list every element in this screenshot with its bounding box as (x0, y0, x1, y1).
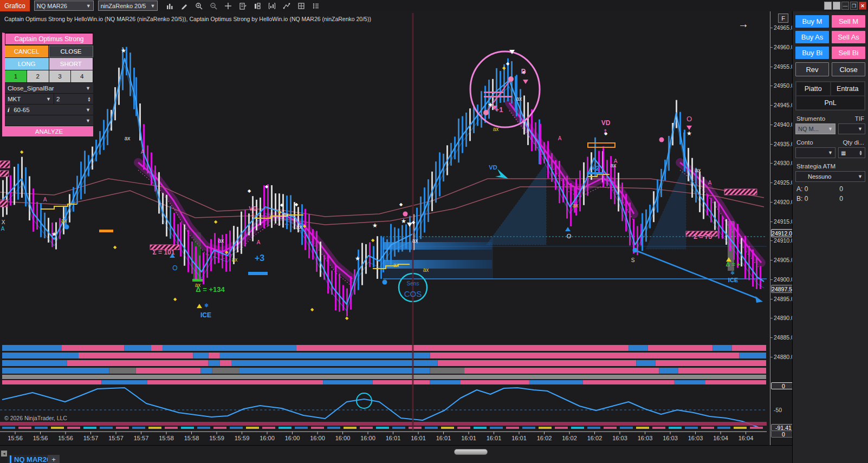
svg-text:◆: ◆ (371, 238, 375, 243)
trade-panel: Buy M Sell M Buy As Sell As Buy Bi Sell … (792, 11, 868, 463)
svg-text:★: ★ (488, 101, 493, 108)
price-tick (770, 318, 773, 318)
svg-text:A: A (558, 135, 562, 141)
svg-text:+1: +1 (495, 106, 503, 114)
layout-button-2[interactable] (833, 2, 840, 10)
buy-market-button[interactable]: Buy M (795, 15, 829, 28)
close-button[interactable]: Close (832, 62, 865, 76)
svg-text:◆: ◆ (20, 149, 24, 154)
preset-3-button[interactable]: 3 (49, 70, 72, 82)
long-button[interactable]: LONG (5, 58, 49, 70)
atm-strategy-select[interactable]: Nessuno ▼ (795, 171, 865, 182)
svg-text:★: ★ (372, 222, 378, 229)
chart-style-icon[interactable] (165, 2, 174, 10)
drawing-line-icon[interactable] (282, 2, 291, 10)
svg-text:◆: ◆ (412, 220, 416, 225)
properties-icon[interactable] (297, 2, 306, 10)
copyright-text: © 2026 NinjaTrader, LLC (4, 415, 67, 421)
signal-dropdown[interactable]: Close_SignalBar ▼ (5, 82, 93, 93)
preset-2-button[interactable]: 2 (27, 70, 49, 82)
svg-text:16:01: 16:01 (461, 435, 476, 441)
svg-text:16:03: 16:03 (663, 435, 678, 441)
short-button[interactable]: SHORT (49, 58, 94, 70)
chart-trader-icon[interactable] (253, 2, 262, 10)
f-button[interactable]: F (778, 14, 788, 23)
preset-1-button[interactable]: 1 (5, 70, 27, 82)
zoom-in-icon[interactable] (195, 2, 203, 10)
qty-stepper[interactable]: ▦ ▲▼ (838, 147, 865, 158)
price-chart[interactable]: 15:5615:5615:5615:5715:5715:5715:5815:58… (0, 11, 770, 445)
horizontal-scrollbar-thumb[interactable] (454, 449, 488, 455)
price-tick (770, 105, 773, 106)
cancel-button[interactable]: CANCEL (5, 45, 49, 57)
indicators-icon[interactable] (268, 2, 276, 10)
layout-button-1[interactable] (824, 2, 832, 10)
svg-text:ax: ax (296, 224, 302, 230)
window-controls: — ❐ ✕ (824, 2, 866, 10)
quantity-stepper[interactable]: 2 ▲▼ (54, 94, 93, 104)
account-select[interactable]: ▼ (795, 147, 835, 158)
close-position-button[interactable]: CLOSE (49, 45, 93, 57)
draw-pencil-icon[interactable] (180, 2, 189, 10)
instrument-dropdown[interactable]: NQ MAR26 ▼ (34, 1, 94, 11)
sell-market-button[interactable]: Sell M (832, 15, 865, 28)
zoom-out-icon[interactable] (209, 2, 218, 10)
svg-text:16:04: 16:04 (739, 435, 754, 441)
buy-bid-button[interactable]: Buy Bi (795, 47, 829, 59)
range-dropdown[interactable]: i 60-65 ▼ (5, 104, 93, 115)
svg-text:15:57: 15:57 (134, 435, 149, 441)
stepper-arrows-icon[interactable]: ▲▼ (87, 96, 91, 102)
svg-text:◆: ◆ (278, 210, 282, 214)
go-to-latest-arrow-icon[interactable]: → (738, 18, 749, 30)
preset-4-button[interactable]: 4 (71, 70, 93, 82)
crosshair-icon[interactable] (224, 2, 232, 10)
svg-text:A: A (1, 226, 5, 232)
svg-text:Σ = 101: Σ = 101 (153, 249, 175, 256)
svg-text:D: D (521, 68, 526, 75)
list-icon[interactable] (312, 2, 320, 10)
price-tick (770, 28, 773, 28)
close-button[interactable]: ✕ (859, 2, 866, 10)
stepper-arrows-icon[interactable]: ▲▼ (859, 150, 863, 155)
active-tab-accent (10, 455, 11, 463)
extra-dropdown[interactable]: ▼ (5, 115, 93, 126)
tif-select[interactable]: ▼ (838, 123, 865, 134)
reverse-button[interactable]: Rev (795, 62, 829, 76)
chevron-down-icon: ▼ (86, 107, 90, 113)
strategy-panel-title: Captain Optimus Strong (5, 33, 93, 45)
pnl-cell[interactable]: PnL (796, 96, 865, 110)
account-label: Conto (796, 139, 813, 146)
sell-ask-button[interactable]: Sell As (832, 31, 865, 43)
chevron-down-icon: ▼ (86, 118, 90, 123)
chart-region[interactable]: 15:5615:5615:5615:5715:5715:5715:5815:58… (0, 11, 770, 445)
price-tick (770, 47, 773, 48)
svg-text:16:01: 16:01 (487, 435, 502, 441)
instrument-select[interactable]: NQ M... ▼ (795, 123, 835, 134)
add-tab-button[interactable]: + (48, 455, 60, 463)
entry-cell[interactable]: Entrata (831, 82, 865, 96)
svg-text:Σ = 75: Σ = 75 (694, 233, 712, 240)
svg-text:16:01: 16:01 (511, 435, 527, 441)
svg-text:15:56: 15:56 (33, 435, 48, 441)
svg-text:◆: ◆ (502, 66, 506, 70)
svg-text:VD: VD (601, 119, 611, 127)
tab-scroll-left-button[interactable]: ◂ (1, 451, 7, 457)
flat-cell[interactable]: Piatto (796, 82, 831, 96)
maximize-button[interactable]: ❐ (850, 2, 858, 10)
svg-text:◆: ◆ (506, 61, 510, 66)
minimize-button[interactable]: — (841, 2, 849, 10)
price-tick (770, 260, 773, 260)
app-menu-button[interactable]: Grafico (0, 0, 30, 11)
period-dropdown[interactable]: ninZaRenko 20/5 ▼ (98, 1, 158, 11)
price-axis[interactable]: F 24965.0024960.0024955.0024950.0024945.… (770, 11, 793, 445)
toolbar: Grafico NQ MAR26 ▼ ninZaRenko 20/5 ▼ — ❐… (0, 0, 868, 12)
svg-text:◆: ◆ (280, 203, 284, 207)
svg-text:15:56: 15:56 (8, 435, 23, 441)
svg-text:16:00: 16:00 (335, 435, 351, 441)
data-series-icon[interactable] (238, 2, 247, 10)
order-type-dropdown[interactable]: MKT ▼ (5, 94, 54, 104)
analyze-button[interactable]: ANALYZE (5, 126, 93, 136)
svg-text:ax: ax (283, 212, 289, 218)
sell-bid-button[interactable]: Sell Bi (832, 47, 865, 59)
buy-ask-button[interactable]: Buy As (795, 31, 829, 43)
